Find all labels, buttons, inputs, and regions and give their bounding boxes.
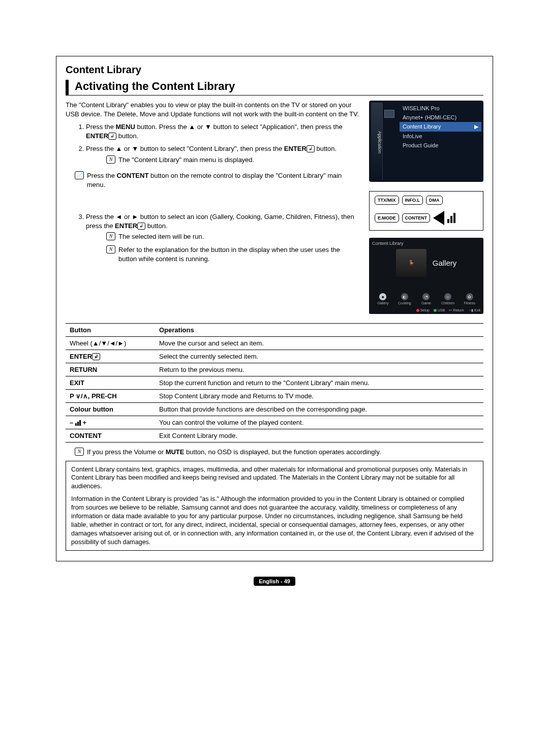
gallery-icon-children: ☺Children [440, 293, 455, 305]
note-marker-icon: N [106, 232, 115, 240]
page-border: Content Library Activating the Content L… [56, 56, 493, 561]
gallery-header: Content Library [372, 241, 480, 246]
section-title: Content Library [66, 64, 483, 76]
disclaimer-paragraph-2: Information in the Content Library is pr… [71, 495, 478, 546]
volume-bars-icon [447, 213, 455, 223]
table-row: ENTER↲Select the currently selected item… [66, 350, 483, 363]
tv-menu-item: WISELINK Pro [400, 104, 481, 113]
table-header-operations: Operations [155, 324, 483, 337]
volume-icon [75, 420, 81, 426]
enter-icon: ↲ [137, 223, 145, 230]
remote-btn-ttxmix: TTX/MIX [375, 196, 399, 205]
tv-application-menu-screenshot: Application WISELINK Pro Anynet+ (HDMI-C… [369, 101, 483, 182]
gallery-icon-game: ◔Game [418, 293, 434, 305]
disclaimer-paragraph-1: Content Library contains text, graphics,… [71, 465, 478, 491]
table-row: P ∨/∧, PRE-CHStop Content Library mode a… [66, 390, 483, 403]
gallery-preview-image: 🪑 [396, 249, 426, 277]
note-marker-icon: N [75, 448, 84, 456]
gallery-selected-label: Gallery [433, 259, 457, 267]
step-3-note-1: NThe selected item will be run. [106, 232, 360, 241]
gallery-icon-fitness: ✿Fitness [462, 293, 477, 305]
step-3: Press the ◄ or ► button to select an ico… [86, 212, 360, 263]
tv-menu-item: Anynet+ (HDMI-CEC) [400, 113, 481, 122]
step-2: Press the ▲ or ▼ button to select "Conte… [86, 144, 360, 164]
page-number-badge: English - 49 [254, 577, 295, 586]
remote-marker-icon: 📄 [75, 171, 84, 179]
tv-menu-sidebar: Application [371, 103, 383, 180]
step-2-note: NThe "Content Library" main menu is disp… [106, 155, 360, 165]
table-header-button: Button [66, 324, 155, 337]
tv-menu-item: Product Guide [400, 141, 481, 150]
gallery-icon-cooking: ◐Cooking [397, 293, 412, 305]
enter-icon: ↲ [307, 145, 315, 152]
table-row: CONTENTExit Content Library mode. [66, 429, 483, 443]
intro-paragraph: The "Content Library" enables you to vie… [66, 101, 360, 118]
remote-press-note: 📄 Press the CONTENT button on the remote… [75, 171, 360, 189]
remote-btn-content: CONTENT [402, 213, 431, 223]
table-row: Wheel (▲/▼/◄/►)Move the cursor and selec… [66, 337, 483, 350]
enter-icon: ↲ [92, 353, 100, 360]
disclaimer-box: Content Library contains text, graphics,… [66, 461, 483, 551]
remote-btn-dma: DMA [426, 196, 443, 205]
tv-menu-item: InfoLive [400, 132, 481, 141]
pointer-arrow-icon [433, 211, 444, 225]
gallery-icon-gallery: ■Gallery [375, 293, 390, 305]
table-row: – +You can control the volume of the pla… [66, 416, 483, 429]
table-row: RETURNReturn to the previous menu. [66, 363, 483, 376]
subtitle-accent-bar [66, 80, 69, 95]
step-1: Press the MENU button. Press the ▲ or ▼ … [86, 122, 360, 140]
tv-menu-item-selected: Content Library▶ [400, 122, 481, 132]
enter-icon: ↲ [108, 133, 116, 140]
volume-mute-note: N If you press the Volume or MUTE button… [75, 448, 483, 457]
remote-buttons-diagram: TTX/MIX INFO.L DMA E.MODE CONTENT [369, 191, 483, 231]
content-library-gallery-screenshot: Content Library 🪑 Gallery ■Gallery ◐Cook… [369, 238, 483, 314]
subtitle-row: Activating the Content Library [66, 80, 483, 96]
table-row: Colour buttonButton that provide functio… [66, 403, 483, 416]
table-row: EXITStop the current function and return… [66, 376, 483, 390]
gallery-footer: Setup USB ↩ Return →▮ Exit [372, 308, 480, 312]
subtitle: Activating the Content Library [75, 80, 235, 95]
note-marker-icon: N [106, 155, 115, 164]
step-3-note-2: NRefer to the explanation for the button… [106, 245, 360, 263]
note-marker-icon: N [106, 245, 115, 254]
remote-btn-infol: INFO.L [402, 196, 423, 205]
remote-btn-emode: E.MODE [375, 213, 399, 223]
tv-menu-icon [384, 110, 394, 118]
gallery-category-icons: ■Gallery ◐Cooking ◔Game ☺Children ✿Fitne… [372, 293, 480, 305]
page-footer: English - 49 [56, 577, 493, 586]
button-operations-table: Button Operations Wheel (▲/▼/◄/►)Move th… [66, 323, 483, 443]
